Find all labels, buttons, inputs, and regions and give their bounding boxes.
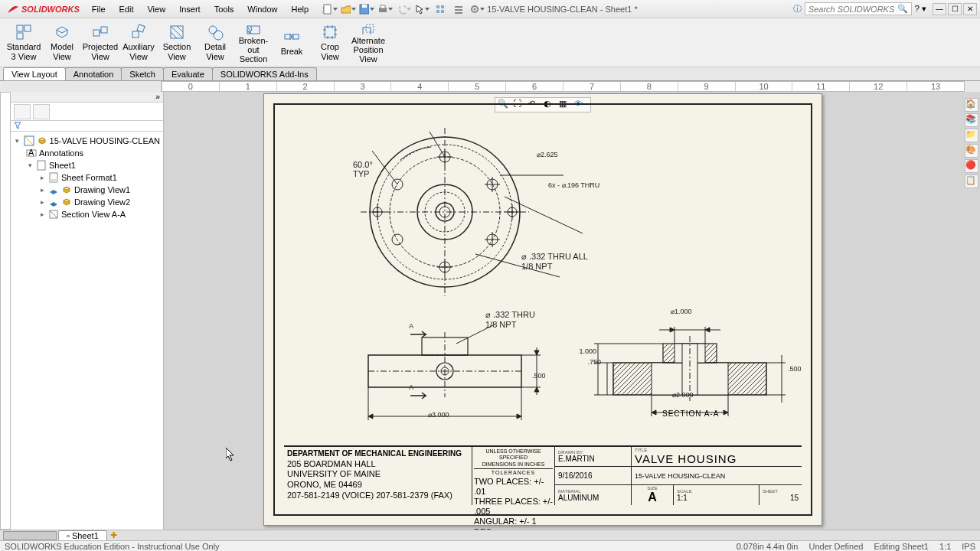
resources-tab-icon[interactable]: 🏠: [965, 98, 978, 112]
sheet-icon: [36, 160, 47, 171]
tab-addins[interactable]: SOLIDWORKS Add-Ins: [212, 67, 317, 80]
property-tab-icon[interactable]: [33, 104, 50, 119]
feature-manager-panel: » ▾ 15-VALVE HOUSING-CLEAN A Annotations…: [11, 92, 164, 530]
view-palette-icon[interactable]: 🎨: [965, 144, 978, 158]
tree-annotations[interactable]: A Annotations: [12, 147, 162, 159]
model-tab[interactable]: [3, 531, 57, 540]
view-icon: [48, 184, 59, 195]
menu-view[interactable]: View: [141, 2, 172, 16]
part-ref-icon: [61, 184, 72, 195]
svg-rect-5: [436, 5, 439, 8]
svg-rect-0: [324, 5, 331, 14]
status-scale[interactable]: 1:1: [939, 542, 951, 551]
select-icon[interactable]: [413, 2, 430, 17]
break-button[interactable]: Break: [273, 20, 311, 65]
tree-sheet-format[interactable]: ▸ Sheet Format1: [12, 171, 162, 184]
detail-view-button[interactable]: DetailView: [196, 20, 234, 65]
appearances-icon[interactable]: 🔴: [965, 159, 978, 173]
vertical-ruler: [0, 92, 11, 530]
svg-rect-14: [17, 25, 23, 31]
tree-sheet[interactable]: ▾ Sheet1: [12, 159, 162, 171]
help-dropdown-icon[interactable]: ? ▾: [915, 4, 926, 14]
status-edition: SOLIDWORKS Education Edition - Instructi…: [5, 542, 220, 551]
menu-tools[interactable]: Tools: [208, 2, 240, 16]
tree-root[interactable]: ▾ 15-VALVE HOUSING-CLEAN: [12, 135, 162, 147]
svg-text:A: A: [28, 148, 34, 157]
open-icon[interactable]: [340, 2, 357, 17]
ribbon: Standard3 View ModelView ProjectedView A…: [0, 18, 980, 67]
settings-icon[interactable]: [469, 2, 485, 17]
design-library-icon[interactable]: 📚: [965, 113, 978, 127]
add-sheet-icon[interactable]: ✚: [110, 530, 117, 540]
title-block: DEPARTMENT OF MECHANICAL ENGINEERING 205…: [284, 445, 802, 505]
menu-bar: File Edit View Insert Tools Window Help: [86, 2, 315, 16]
crop-view-button[interactable]: CropView: [311, 20, 349, 65]
svg-rect-18: [101, 27, 107, 33]
command-tab-strip: View Layout Annotation Sketch Evaluate S…: [0, 67, 980, 81]
menu-help[interactable]: Help: [285, 2, 315, 16]
broken-out-section-button[interactable]: Broken-outSection: [234, 20, 273, 65]
standard-3view-button[interactable]: Standard3 View: [5, 20, 43, 65]
svg-rect-2: [362, 5, 367, 8]
save-icon[interactable]: [358, 2, 375, 17]
svg-rect-36: [50, 179, 57, 182]
part-icon: [37, 135, 47, 146]
svg-rect-34: [38, 161, 45, 170]
undo-icon[interactable]: [395, 2, 412, 17]
annotations-icon: A: [26, 148, 37, 158]
tree-section-view[interactable]: ▸ Section View A-A: [12, 208, 162, 220]
height-dim: .500: [532, 372, 546, 380]
rebuild-icon[interactable]: [432, 2, 449, 17]
drawing-title: VALVE HOUSING: [635, 452, 799, 465]
collapse-panel-icon[interactable]: »: [155, 92, 160, 101]
alternate-position-view-button[interactable]: AlternatePositionView: [349, 20, 387, 65]
search-icon[interactable]: 🔍: [897, 4, 908, 14]
new-doc-icon[interactable]: [322, 2, 338, 17]
custom-props-icon[interactable]: 📋: [965, 174, 978, 188]
projected-view-button[interactable]: ProjectedView: [81, 20, 119, 65]
menu-file[interactable]: File: [86, 2, 112, 16]
tree-drawing-view2[interactable]: ▸ Drawing View2: [12, 196, 162, 208]
task-pane: 🏠 📚 📁 🎨 🔴 📋: [965, 98, 978, 188]
tree-drawing-view1[interactable]: ▸ Drawing View1: [12, 184, 162, 196]
auxiliary-view-button[interactable]: AuxiliaryView: [119, 20, 158, 65]
sect-bot-dim: ⌀2.000: [672, 391, 694, 399]
sheet-tab-icon: ▫: [67, 531, 70, 540]
panel-tab-icons: [11, 103, 163, 121]
title-bar: SOLIDWORKS File Edit View Insert Tools W…: [0, 0, 980, 18]
svg-line-70: [505, 197, 583, 233]
hole-callout: 6x - ⌀.196 THRU: [548, 181, 599, 189]
section-view-button[interactable]: SectionView: [158, 20, 196, 65]
help-search-box[interactable]: 🔍: [805, 2, 912, 15]
model-view-button[interactable]: ModelView: [43, 20, 81, 65]
status-units[interactable]: IPS: [962, 542, 975, 551]
menu-edit[interactable]: Edit: [113, 2, 140, 16]
filter-icon[interactable]: [11, 121, 163, 132]
help-search-input[interactable]: [808, 5, 897, 14]
svg-rect-15: [24, 25, 31, 31]
feature-tree-tab-icon[interactable]: [14, 104, 31, 119]
print-icon[interactable]: [377, 2, 394, 17]
sheet-tab[interactable]: ▫Sheet1: [58, 530, 107, 541]
tab-view-layout[interactable]: View Layout: [3, 67, 66, 80]
menu-insert[interactable]: Insert: [173, 2, 207, 16]
drawing-sheet[interactable]: 🔍 ⛶ ↶ ◐ ▦ 👁: [263, 93, 822, 526]
close-button[interactable]: ✕: [963, 3, 977, 15]
drawing-canvas[interactable]: 🔍 ⛶ ↶ ◐ ▦ 👁: [164, 92, 980, 530]
solidworks-icon: [6, 2, 20, 16]
drawing-date: 9/16/2016: [558, 471, 628, 480]
section-arrow-a-top: A: [409, 322, 413, 330]
svg-rect-9: [455, 6, 462, 8]
center-hole-callout: ⌀ .332 THRU ALL1/8 NPT: [521, 252, 588, 271]
file-explorer-icon[interactable]: 📁: [965, 129, 978, 142]
tab-annotation[interactable]: Annotation: [65, 67, 122, 80]
svg-rect-30: [366, 24, 374, 32]
maximize-button[interactable]: ☐: [948, 3, 962, 15]
options-icon[interactable]: [450, 2, 467, 17]
minimize-button[interactable]: —: [933, 3, 946, 15]
tab-evaluate[interactable]: Evaluate: [163, 67, 213, 80]
svg-line-68: [430, 132, 445, 157]
menu-window[interactable]: Window: [241, 2, 283, 16]
tab-sketch[interactable]: Sketch: [121, 67, 164, 80]
info-icon[interactable]: ⓘ: [793, 3, 802, 15]
